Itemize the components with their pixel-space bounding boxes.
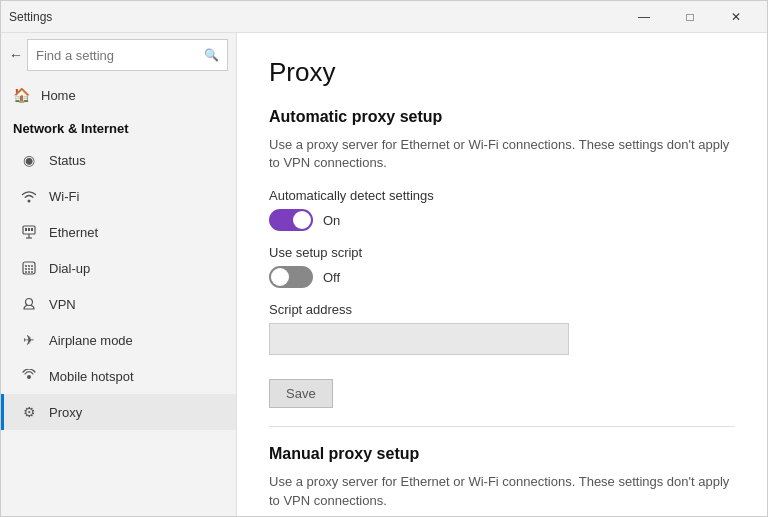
svg-point-15 [31, 271, 33, 273]
script-address-label: Script address [269, 302, 735, 317]
manual-proxy-section: Manual proxy setup Use a proxy server fo… [269, 445, 735, 516]
setup-script-toggle[interactable] [269, 266, 313, 288]
automatic-section-description: Use a proxy server for Ethernet or Wi-Fi… [269, 136, 735, 172]
minimize-button[interactable]: — [621, 1, 667, 33]
sidebar-item-dialup[interactable]: Dial-up [1, 250, 236, 286]
script-address-input[interactable] [269, 323, 569, 355]
setup-script-setting: Use setup script Off [269, 245, 735, 288]
svg-point-10 [25, 268, 27, 270]
status-icon: ◉ [21, 152, 37, 168]
svg-rect-1 [25, 228, 27, 231]
sidebar-item-label: VPN [49, 297, 76, 312]
sidebar-item-label: Status [49, 153, 86, 168]
svg-point-16 [26, 299, 33, 306]
main-content: Proxy Automatic proxy setup Use a proxy … [237, 33, 767, 516]
sidebar: ← 🔍 🏠 Home Network & Internet ◉ Status [1, 33, 237, 516]
search-input[interactable] [36, 48, 204, 63]
setup-script-label: Use setup script [269, 245, 735, 260]
svg-point-9 [31, 265, 33, 267]
page-title: Proxy [269, 57, 735, 88]
title-bar: Settings — □ ✕ [1, 1, 767, 33]
back-button[interactable]: ← [9, 41, 23, 69]
svg-point-11 [28, 268, 30, 270]
sidebar-item-wifi[interactable]: Wi-Fi [1, 178, 236, 214]
sidebar-item-label: Dial-up [49, 261, 90, 276]
toggle-knob [271, 268, 289, 286]
ethernet-icon [21, 224, 37, 240]
search-icon: 🔍 [204, 48, 219, 62]
sidebar-item-ethernet[interactable]: Ethernet [1, 214, 236, 250]
sidebar-item-label: Wi-Fi [49, 189, 79, 204]
automatic-section-title: Automatic proxy setup [269, 108, 735, 126]
svg-point-13 [25, 271, 27, 273]
airplane-icon: ✈ [21, 332, 37, 348]
home-icon: 🏠 [13, 87, 29, 103]
svg-rect-2 [28, 228, 30, 231]
close-button[interactable]: ✕ [713, 1, 759, 33]
home-label: Home [41, 88, 76, 103]
svg-point-14 [28, 271, 30, 273]
vpn-icon [21, 296, 37, 312]
sidebar-item-label: Proxy [49, 405, 82, 420]
sidebar-item-vpn[interactable]: VPN [1, 286, 236, 322]
sidebar-item-hotspot[interactable]: Mobile hotspot [1, 358, 236, 394]
wifi-icon [21, 188, 37, 204]
svg-point-17 [27, 375, 31, 379]
window-controls: — □ ✕ [621, 1, 759, 33]
svg-point-7 [25, 265, 27, 267]
automatic-proxy-section: Automatic proxy setup Use a proxy server… [269, 108, 735, 408]
auto-detect-toggle[interactable] [269, 209, 313, 231]
svg-rect-3 [31, 228, 33, 231]
sidebar-item-proxy[interactable]: ⚙ Proxy [1, 394, 236, 430]
sidebar-item-label: Airplane mode [49, 333, 133, 348]
sidebar-item-status[interactable]: ◉ Status [1, 142, 236, 178]
auto-detect-label: Automatically detect settings [269, 188, 735, 203]
section-divider [269, 426, 735, 427]
manual-section-title: Manual proxy setup [269, 445, 735, 463]
svg-point-12 [31, 268, 33, 270]
svg-point-8 [28, 265, 30, 267]
sidebar-item-airplane[interactable]: ✈ Airplane mode [1, 322, 236, 358]
save-button[interactable]: Save [269, 379, 333, 408]
manual-section-description: Use a proxy server for Ethernet or Wi-Fi… [269, 473, 735, 509]
dialup-icon [21, 260, 37, 276]
section-header: Network & Internet [1, 113, 236, 142]
sidebar-item-home[interactable]: 🏠 Home [1, 77, 236, 113]
script-address-setting: Script address [269, 302, 735, 355]
sidebar-item-label: Ethernet [49, 225, 98, 240]
setup-script-state: Off [323, 270, 340, 285]
maximize-button[interactable]: □ [667, 1, 713, 33]
sidebar-item-label: Mobile hotspot [49, 369, 134, 384]
auto-detect-setting: Automatically detect settings On [269, 188, 735, 231]
auto-detect-state: On [323, 213, 340, 228]
window-title: Settings [9, 10, 52, 24]
hotspot-icon [21, 368, 37, 384]
proxy-icon: ⚙ [21, 404, 37, 420]
toggle-knob [293, 211, 311, 229]
